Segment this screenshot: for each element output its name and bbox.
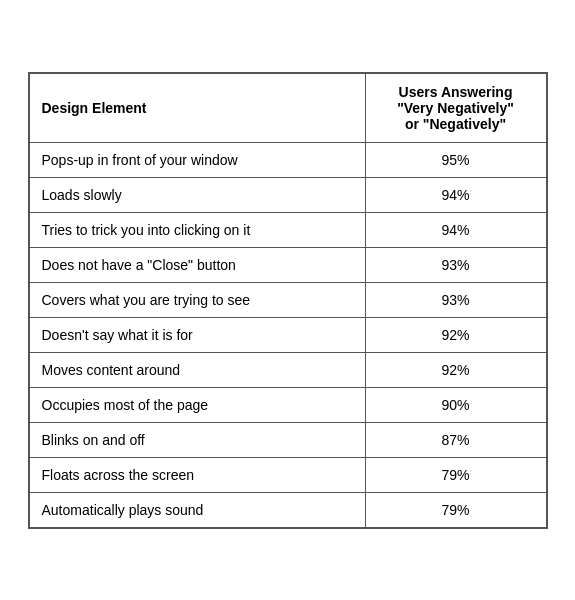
table-row: Does not have a "Close" button93%	[29, 247, 546, 282]
table-row: Occupies most of the page90%	[29, 387, 546, 422]
percentage-cell: 79%	[365, 457, 546, 492]
design-element-cell: Blinks on and off	[29, 422, 365, 457]
col-design-element-header: Design Element	[29, 73, 365, 142]
percentage-cell: 87%	[365, 422, 546, 457]
design-element-cell: Tries to trick you into clicking on it	[29, 212, 365, 247]
table-row: Tries to trick you into clicking on it94…	[29, 212, 546, 247]
design-element-cell: Floats across the screen	[29, 457, 365, 492]
design-element-cell: Loads slowly	[29, 177, 365, 212]
design-element-cell: Does not have a "Close" button	[29, 247, 365, 282]
main-table-container: Design Element Users Answering"Very Nega…	[28, 72, 548, 529]
table-row: Covers what you are trying to see93%	[29, 282, 546, 317]
table-body: Pops-up in front of your window95%Loads …	[29, 142, 546, 527]
percentage-cell: 94%	[365, 212, 546, 247]
percentage-cell: 93%	[365, 282, 546, 317]
percentage-cell: 90%	[365, 387, 546, 422]
table-header-row: Design Element Users Answering"Very Nega…	[29, 73, 546, 142]
percentage-cell: 95%	[365, 142, 546, 177]
table-row: Blinks on and off87%	[29, 422, 546, 457]
table-row: Pops-up in front of your window95%	[29, 142, 546, 177]
percentage-cell: 79%	[365, 492, 546, 527]
col-percentage-header: Users Answering"Very Negatively"or "Nega…	[365, 73, 546, 142]
table-row: Moves content around92%	[29, 352, 546, 387]
percentage-cell: 94%	[365, 177, 546, 212]
percentage-cell: 92%	[365, 352, 546, 387]
percentage-cell: 93%	[365, 247, 546, 282]
design-element-cell: Occupies most of the page	[29, 387, 365, 422]
design-element-cell: Pops-up in front of your window	[29, 142, 365, 177]
data-table: Design Element Users Answering"Very Nega…	[29, 73, 547, 528]
table-row: Doesn't say what it is for92%	[29, 317, 546, 352]
percentage-cell: 92%	[365, 317, 546, 352]
table-row: Automatically plays sound79%	[29, 492, 546, 527]
table-row: Floats across the screen79%	[29, 457, 546, 492]
design-element-cell: Doesn't say what it is for	[29, 317, 365, 352]
table-row: Loads slowly94%	[29, 177, 546, 212]
design-element-cell: Covers what you are trying to see	[29, 282, 365, 317]
design-element-cell: Automatically plays sound	[29, 492, 365, 527]
design-element-cell: Moves content around	[29, 352, 365, 387]
